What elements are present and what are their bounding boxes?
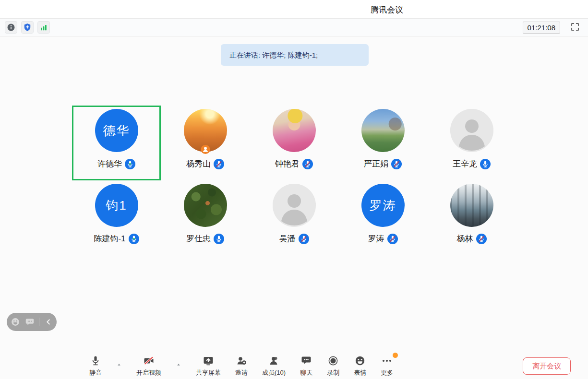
security-button[interactable] <box>21 21 34 34</box>
fullscreen-icon <box>570 22 580 34</box>
toolbar-button-record[interactable]: 录制 <box>327 355 339 377</box>
mic-on-icon <box>129 234 139 244</box>
toolbar-label: 共享屏幕 <box>196 368 221 377</box>
participant-tile-严正娟[interactable]: 严正娟 <box>338 106 427 180</box>
participant-tile-许德华[interactable]: 德华 许德华 <box>72 106 161 180</box>
toolbar-label: 更多 <box>381 368 393 377</box>
participant-name-row: 王辛龙 <box>453 158 491 169</box>
toolbar-label: 录制 <box>327 368 339 377</box>
toolbar-label: 成员(10) <box>262 368 286 377</box>
participant-name: 杨秀山 <box>186 158 211 169</box>
participant-name-row: 陈建钧-1 <box>94 233 139 244</box>
shield-icon <box>23 23 32 32</box>
participant-name: 钟艳君 <box>275 158 300 169</box>
toolbar-button-invite[interactable]: 邀请 <box>235 355 248 377</box>
participant-avatar: 钧1 <box>95 184 138 227</box>
participant-name-row: 吴潘 <box>279 233 309 244</box>
participant-name-row: 严正娟 <box>364 158 402 169</box>
participant-avatar: 罗涛 <box>361 184 405 227</box>
notification-dot <box>393 353 398 358</box>
mic-muted-icon <box>387 234 398 244</box>
meeting-timer: 01:21:08 <box>523 22 560 34</box>
reaction-bar-divider <box>39 318 39 326</box>
smiley-icon <box>10 321 21 329</box>
camera-off-icon <box>143 355 155 367</box>
toolbar-button-video[interactable]: 开启视频 <box>136 355 161 377</box>
participant-name: 罗涛 <box>368 233 384 244</box>
toolbar-label: 静音 <box>89 368 102 377</box>
toolbar-button-share[interactable]: 共享屏幕 <box>196 355 221 377</box>
mic-muted-icon <box>476 234 487 244</box>
participant-avatar <box>450 184 493 227</box>
emoji-reaction-button[interactable] <box>10 317 21 327</box>
quick-chat-button[interactable] <box>24 317 35 327</box>
participant-tile-吴潘[interactable]: 吴潘 <box>250 180 338 255</box>
toolbar-button-more[interactable]: 更多 <box>381 355 393 377</box>
participant-avatar <box>273 184 316 227</box>
toolbar-button-mute[interactable]: 静音 <box>89 355 102 377</box>
chat-bubble-icon <box>24 321 35 329</box>
mic-muted-icon <box>214 159 224 169</box>
network-status-button[interactable] <box>37 21 50 34</box>
mic-on-icon <box>125 159 135 169</box>
participant-tile-罗涛[interactable]: 罗涛 罗涛 <box>338 180 427 255</box>
reaction-bar <box>7 313 57 331</box>
fullscreen-button[interactable] <box>569 21 581 34</box>
toolbar-button-chat[interactable]: 聊天 <box>300 355 312 377</box>
chevron-left-icon <box>43 321 54 329</box>
participant-tile-杨秀山[interactable]: 杨秀山 <box>161 106 250 180</box>
mute-options-arrow-icon[interactable] <box>116 361 122 367</box>
toolbar-label: 开启视频 <box>136 368 161 377</box>
bottom-toolbar: 静音 开启视频 共享屏幕 邀请 成员(10) 聊天 录制 表情 更多 <box>89 355 393 377</box>
reaction-bar-collapse-button[interactable] <box>43 317 54 327</box>
participant-avatar <box>184 109 227 152</box>
person-add-icon <box>236 355 247 367</box>
smiley-icon <box>354 355 366 367</box>
window-title: 腾讯会议 <box>371 4 403 15</box>
leave-meeting-button[interactable]: 离开会议 <box>523 357 571 375</box>
participant-avatar <box>184 184 227 227</box>
participant-name: 陈建钧-1 <box>94 233 125 244</box>
participant-name-row: 许德华 <box>97 158 135 169</box>
participant-tile-王辛龙[interactable]: 王辛龙 <box>427 106 516 180</box>
participant-avatar: 德华 <box>95 109 138 152</box>
mic-on-icon <box>214 234 224 244</box>
participant-name: 罗仕忠 <box>186 233 211 244</box>
record-icon <box>327 355 339 367</box>
ellipsis-icon <box>381 355 393 367</box>
person-badge-icon <box>201 145 210 154</box>
toolbar-button-members[interactable]: 成员(10) <box>262 355 286 377</box>
participant-name: 吴潘 <box>279 233 296 244</box>
controls-bar: 01:21:08 <box>0 19 588 36</box>
mic-on-icon <box>480 159 491 169</box>
participant-tile-杨林[interactable]: 杨林 <box>427 180 516 255</box>
microphone-icon <box>90 355 101 367</box>
speaking-banner: 正在讲话: 许德华; 陈建钧-1; <box>221 44 369 66</box>
title-bar: 腾讯会议 <box>0 0 588 19</box>
members-icon <box>268 355 280 367</box>
participant-name-row: 罗涛 <box>368 233 398 244</box>
info-icon <box>6 23 16 32</box>
participant-avatar <box>450 109 493 152</box>
toolbar-label: 表情 <box>354 368 366 377</box>
participant-name-row: 罗仕忠 <box>186 233 224 244</box>
participant-name-row: 杨秀山 <box>186 158 224 169</box>
participant-name-row: 钟艳君 <box>275 158 313 169</box>
meeting-info-button[interactable] <box>5 21 17 34</box>
chat-bubble-icon <box>300 355 312 367</box>
participant-grid: 德华 许德华 杨秀山 钟艳君 严正娟 王辛龙 钧1 <box>72 106 516 255</box>
signal-bars-icon <box>39 23 48 32</box>
toolbar-button-emoji[interactable]: 表情 <box>354 355 366 377</box>
share-screen-icon <box>203 355 214 367</box>
toolbar-label: 聊天 <box>300 368 312 377</box>
participant-name: 杨林 <box>457 233 473 244</box>
participant-tile-罗仕忠[interactable]: 罗仕忠 <box>161 180 250 255</box>
mic-muted-icon <box>302 159 313 169</box>
toolbar-label: 邀请 <box>235 368 248 377</box>
participant-avatar <box>273 109 316 152</box>
participant-tile-钟艳君[interactable]: 钟艳君 <box>250 106 338 180</box>
mic-muted-icon <box>299 234 309 244</box>
video-options-arrow-icon[interactable] <box>176 361 181 367</box>
mic-muted-icon <box>391 159 402 169</box>
participant-tile-陈建钧-1[interactable]: 钧1 陈建钧-1 <box>72 180 161 255</box>
